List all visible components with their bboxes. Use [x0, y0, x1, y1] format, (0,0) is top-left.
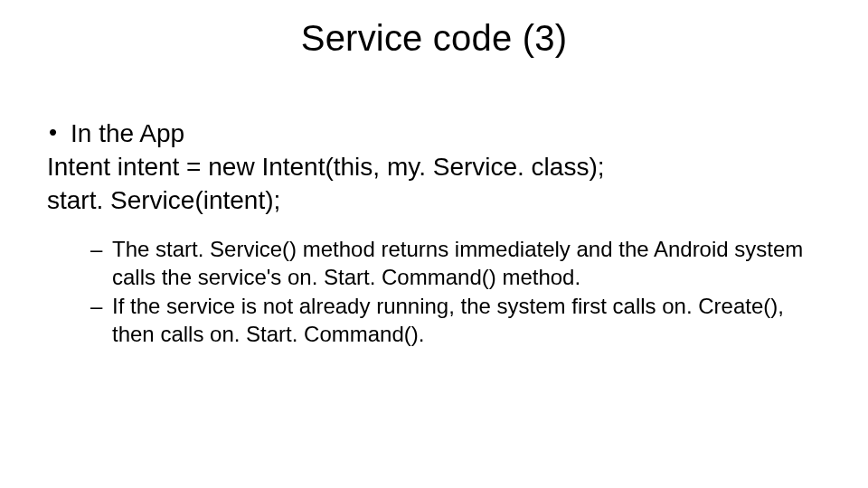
slide-title: Service code (3)	[0, 18, 868, 59]
slide-body: • In the App Intent intent = new Intent(…	[47, 117, 821, 351]
bullet-level1: • In the App	[47, 117, 821, 149]
bullet-dash-icon: –	[90, 236, 102, 264]
sub-line-2: If the service is not already running, t…	[112, 294, 784, 346]
slide: Service code (3) • In the App Intent int…	[0, 0, 868, 488]
bullet-level2: – The start. Service() method returns im…	[47, 236, 821, 291]
body-line-3: start. Service(intent);	[47, 184, 821, 216]
sub-line-1: The start. Service() method returns imme…	[112, 237, 803, 289]
bullet-dot-icon: •	[49, 117, 57, 147]
bullet-level2: – If the service is not already running,…	[47, 293, 821, 348]
sub-bullet-group: – The start. Service() method returns im…	[47, 236, 821, 349]
bullet-dash-icon: –	[90, 293, 102, 321]
body-line-2: Intent intent = new Intent(this, my. Ser…	[47, 151, 821, 183]
body-line-1: In the App	[71, 119, 184, 147]
